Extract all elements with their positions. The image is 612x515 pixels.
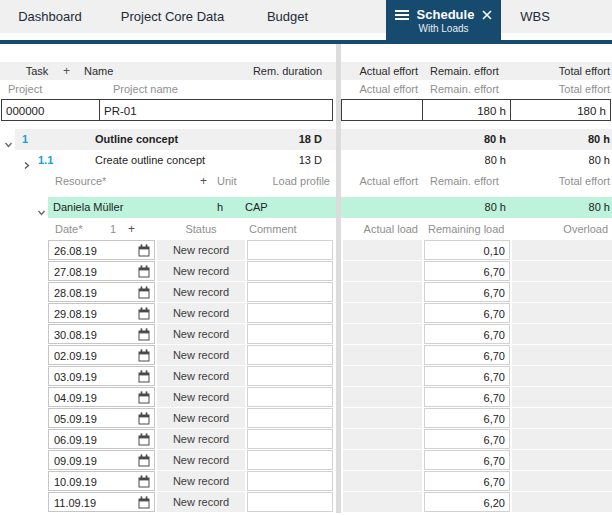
remaining-load-field[interactable]: 6,20 xyxy=(424,492,510,512)
resource-row-selected[interactable]: Daniela Müller h CAP 80 h 80 h xyxy=(0,197,612,218)
project-name-field[interactable]: PR-01 xyxy=(99,99,333,121)
comment-field[interactable] xyxy=(247,261,333,281)
comment-field[interactable] xyxy=(247,429,333,449)
date-field[interactable]: 29.08.19 xyxy=(48,303,155,323)
comment-field[interactable] xyxy=(247,408,333,428)
comment-field[interactable] xyxy=(247,282,333,302)
remaining-load-field[interactable]: 6,70 xyxy=(424,345,510,365)
date-field[interactable]: 05.09.19 xyxy=(48,408,155,428)
remaining-load-field[interactable]: 6,70 xyxy=(424,450,510,470)
overload-cell xyxy=(512,240,612,260)
remaining-load-field[interactable]: 6,70 xyxy=(424,303,510,323)
status-cell: New record xyxy=(157,450,245,470)
calendar-icon[interactable] xyxy=(138,433,150,446)
task-row-1-1[interactable]: 1.1 Create outline concept 13 D 80 h 80 … xyxy=(0,150,612,171)
tab-wbs[interactable]: WBS xyxy=(501,0,569,33)
col-header-actual-load: Actual load xyxy=(364,218,418,240)
date-field[interactable]: 04.09.19 xyxy=(48,387,155,407)
add-column-icon[interactable]: + xyxy=(128,218,135,240)
comment-field[interactable] xyxy=(247,345,333,365)
calendar-icon[interactable] xyxy=(138,244,150,257)
close-tab-icon[interactable] xyxy=(482,10,492,20)
calendar-icon[interactable] xyxy=(138,475,150,488)
comment-field[interactable] xyxy=(247,240,333,260)
task-remain-effort: 80 h xyxy=(484,129,506,150)
actual-load-cell xyxy=(343,303,422,323)
remaining-load-field[interactable]: 6,70 xyxy=(424,471,510,491)
remaining-load-field[interactable]: 6,70 xyxy=(424,324,510,344)
date-field[interactable]: 10.09.19 xyxy=(48,471,155,491)
collapse-resource-icon[interactable] xyxy=(37,203,46,212)
comment-field[interactable] xyxy=(247,324,333,344)
date-field[interactable]: 28.08.19 xyxy=(48,282,155,302)
date-field[interactable]: 09.09.19 xyxy=(48,450,155,470)
actual-load-cell xyxy=(343,450,422,470)
comment-field[interactable] xyxy=(247,366,333,386)
status-cell: New record xyxy=(157,324,245,344)
date-field[interactable]: 11.09.19 xyxy=(48,492,155,512)
resource-header-row: Resource* + Unit Load profile Actual eff… xyxy=(0,171,612,192)
col-header-overload: Overload xyxy=(563,218,608,240)
comment-field[interactable] xyxy=(247,450,333,470)
date-field[interactable]: 02.09.19 xyxy=(48,345,155,365)
load-table-row: 03.09.19 New record 6,70 xyxy=(0,366,612,387)
task-name: Create outline concept xyxy=(95,150,205,171)
comment-field[interactable] xyxy=(247,303,333,323)
resource-name: Daniela Müller xyxy=(53,197,123,218)
project-id-field[interactable]: 000000 xyxy=(1,99,100,121)
col-header-task: Task xyxy=(24,62,50,80)
status-cell: New record xyxy=(157,345,245,365)
task-row-1[interactable]: 1 Outline concept 18 D 80 h 80 h xyxy=(0,129,612,150)
remaining-load-field[interactable]: 6,70 xyxy=(424,387,510,407)
remaining-load-field[interactable]: 6,70 xyxy=(424,366,510,386)
status-cell: New record xyxy=(157,240,245,260)
hamburger-menu-icon[interactable] xyxy=(395,8,409,22)
overload-cell xyxy=(512,303,612,323)
tab-dashboard[interactable]: Dashboard xyxy=(0,0,100,33)
remaining-load-field[interactable]: 6,70 xyxy=(424,429,510,449)
calendar-icon[interactable] xyxy=(138,370,150,383)
load-table-row: 29.08.19 New record 6,70 xyxy=(0,303,612,324)
tab-project-core-data[interactable]: Project Core Data xyxy=(100,0,245,33)
col-header-actual-effort: Actual effort xyxy=(360,62,419,80)
task-remain-effort: 80 h xyxy=(485,150,506,171)
remaining-load-field[interactable]: 0,10 xyxy=(424,240,510,260)
comment-field[interactable] xyxy=(247,387,333,407)
comment-field[interactable] xyxy=(247,471,333,491)
calendar-icon[interactable] xyxy=(138,496,150,509)
remaining-load-field[interactable]: 6,70 xyxy=(424,282,510,302)
calendar-icon[interactable] xyxy=(138,349,150,362)
calendar-icon[interactable] xyxy=(138,307,150,320)
calendar-icon[interactable] xyxy=(138,265,150,278)
status-cell: New record xyxy=(157,366,245,386)
remaining-load-field[interactable]: 6,70 xyxy=(424,408,510,428)
project-total-effort-field[interactable]: 180 h xyxy=(510,99,611,121)
expand-task-icon[interactable] xyxy=(22,156,31,165)
col-header-unit: Unit xyxy=(217,171,237,192)
add-column-icon[interactable]: + xyxy=(200,171,207,192)
col-header-load-profile: Load profile xyxy=(273,171,331,192)
subheader-project: Project xyxy=(8,80,42,99)
remaining-load-field[interactable]: 6,70 xyxy=(424,261,510,281)
date-field[interactable]: 26.08.19 xyxy=(48,240,155,260)
calendar-icon[interactable] xyxy=(138,412,150,425)
project-remain-effort-field[interactable]: 180 h xyxy=(422,99,511,121)
date-field[interactable]: 27.08.19 xyxy=(48,261,155,281)
load-table-row: 30.08.19 New record 6,70 xyxy=(0,324,612,345)
calendar-icon[interactable] xyxy=(138,286,150,299)
tab-schedule-active[interactable]: Schedule With Loads xyxy=(386,0,501,44)
calendar-icon[interactable] xyxy=(138,454,150,467)
project-row: 000000 PR-01 180 h 180 h xyxy=(0,99,612,123)
project-actual-effort-field[interactable] xyxy=(341,99,423,121)
date-field[interactable]: 03.09.19 xyxy=(48,366,155,386)
add-column-icon[interactable]: + xyxy=(63,62,70,80)
calendar-icon[interactable] xyxy=(138,391,150,404)
tab-budget[interactable]: Budget xyxy=(245,0,330,33)
overload-cell xyxy=(512,282,612,302)
comment-field[interactable] xyxy=(247,492,333,512)
collapse-task-icon[interactable] xyxy=(4,135,13,144)
date-field[interactable]: 06.09.19 xyxy=(48,429,155,449)
overload-cell xyxy=(512,492,612,512)
date-field[interactable]: 30.08.19 xyxy=(48,324,155,344)
calendar-icon[interactable] xyxy=(138,328,150,341)
